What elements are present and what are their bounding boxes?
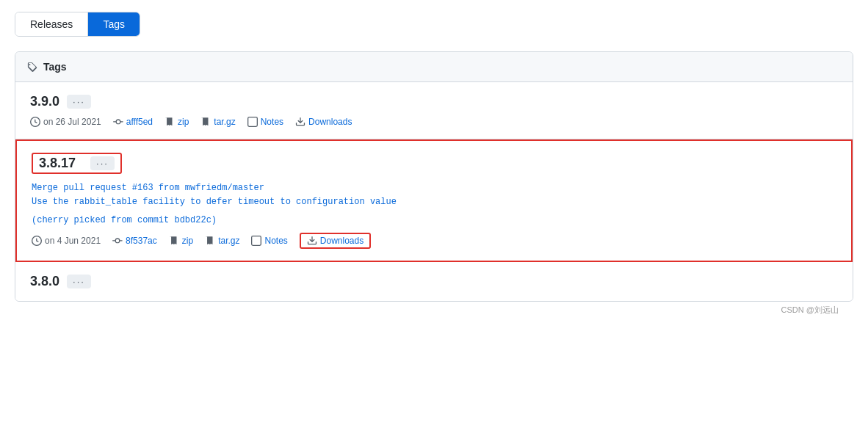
download-icon-v390: [295, 117, 305, 127]
tab-bar: Releases Tags: [15, 12, 140, 37]
commit-message-v3817: Merge pull request #163 from mwfriedm/ma…: [32, 181, 836, 209]
release-commit-v3817: 8f537ac: [112, 236, 157, 246]
release-notes-link-v3817[interactable]: Notes: [264, 236, 287, 246]
release-downloads-link-v390[interactable]: Downloads: [308, 117, 352, 127]
tags-title: Tags: [43, 61, 67, 73]
release-meta-v3817: on 4 Jun 2021 8f537ac zip: [32, 233, 836, 249]
release-commit-v390: afff5ed: [113, 117, 153, 127]
targz-icon-v390: [200, 117, 211, 127]
release-notes-link-v390[interactable]: Notes: [261, 117, 283, 127]
zip-icon-v3817: [169, 236, 179, 246]
tab-releases[interactable]: Releases: [15, 12, 88, 36]
commit-cherry-v3817: (cherry picked from commit bdbd22c): [32, 215, 836, 225]
tab-tags[interactable]: Tags: [88, 12, 140, 36]
release-commit-link-v390[interactable]: afff5ed: [126, 117, 153, 127]
release-downloads-link-v3817[interactable]: Downloads: [320, 236, 364, 246]
release-date-v3817: on 4 Jun 2021: [32, 236, 101, 246]
release-notes-v390: Notes: [247, 117, 283, 127]
notes-icon-v3817: [251, 236, 261, 246]
release-notes-v3817: Notes: [251, 236, 287, 246]
notes-icon-v390: [247, 117, 258, 127]
page-container: Releases Tags Tags 3.9.0 ··· on 26 Jul: [0, 0, 868, 330]
release-meta-v390: on 26 Jul 2021 afff5ed zip: [30, 117, 838, 127]
release-commit-link-v3817[interactable]: 8f537ac: [126, 236, 157, 246]
release-zip-link-v3817[interactable]: zip: [182, 236, 193, 246]
release-version-v380: 3.8.0: [30, 274, 59, 289]
release-downloads-v3817: Downloads: [300, 233, 371, 249]
release-downloads-v390: Downloads: [295, 117, 352, 127]
tags-header: Tags: [15, 52, 853, 82]
release-version-v390: 3.9.0: [30, 94, 59, 109]
clock-icon-v3817: [32, 236, 42, 246]
commit-icon-v3817: [112, 236, 123, 246]
release-date-v390: on 26 Jul 2021: [30, 117, 101, 127]
release-date-text-v3817: on 4 Jun 2021: [45, 236, 101, 246]
release-menu-v3817[interactable]: ···: [90, 156, 115, 170]
release-zip-v3817: zip: [169, 236, 193, 246]
release-title-row-v3817: 3.8.17 ···: [32, 153, 122, 174]
release-targz-link-v390[interactable]: tar.gz: [214, 117, 235, 127]
tags-section: Tags 3.9.0 ··· on 26 Jul 2021: [15, 51, 853, 302]
tag-icon: [27, 62, 37, 72]
release-row-v390: 3.9.0 ··· on 26 Jul 2021 afff5ed: [15, 82, 853, 139]
release-menu-v380[interactable]: ···: [67, 275, 91, 288]
release-targz-v3817: tar.gz: [205, 236, 239, 246]
release-menu-v390[interactable]: ···: [67, 95, 91, 109]
release-zip-link-v390[interactable]: zip: [178, 117, 189, 127]
commit-icon-v390: [113, 117, 123, 127]
release-row-v3817: 3.8.17 ··· Merge pull request #163 from …: [15, 139, 853, 262]
release-date-text-v390: on 26 Jul 2021: [43, 117, 101, 127]
download-icon-v3817: [307, 236, 317, 246]
zip-icon-v390: [164, 117, 175, 127]
clock-icon-v390: [30, 117, 40, 127]
release-version-v3817: 3.8.17: [39, 156, 76, 171]
release-zip-v390: zip: [164, 117, 189, 127]
watermark: CSDN @刘远山: [15, 302, 853, 319]
release-targz-v390: tar.gz: [200, 117, 235, 127]
release-targz-link-v3817[interactable]: tar.gz: [218, 236, 239, 246]
targz-icon-v3817: [205, 236, 215, 246]
release-row-v380: 3.8.0 ···: [15, 262, 853, 301]
release-title-row-v390: 3.9.0 ···: [30, 94, 838, 109]
